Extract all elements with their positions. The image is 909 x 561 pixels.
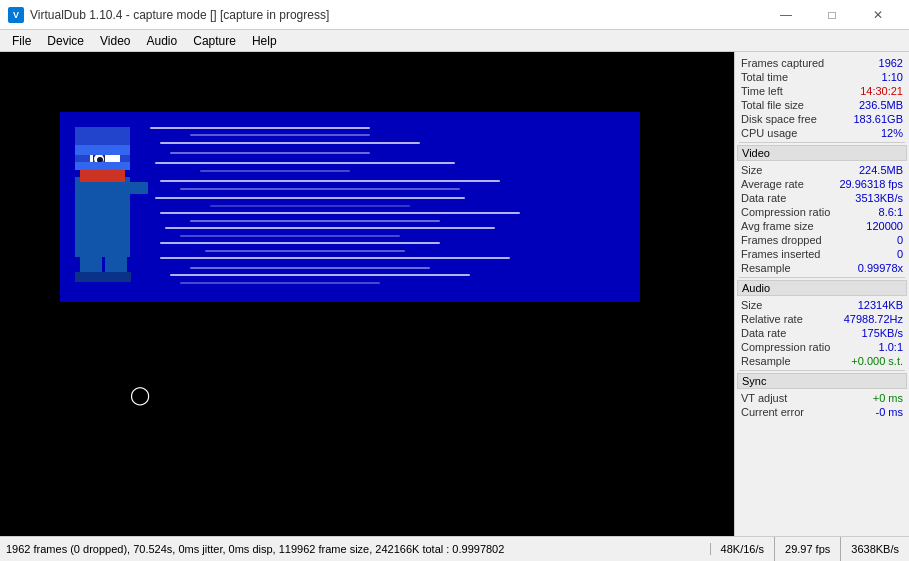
stat-avg-frame-size: Avg frame size 120000 [735,219,909,233]
stat-time-left: Time left 14:30:21 [735,84,909,98]
status-main-text: 1962 frames (0 dropped), 70.524s, 0ms ji… [0,543,711,555]
sync-section-header: Sync [737,373,907,389]
menu-help[interactable]: Help [244,32,285,50]
status-seg-audio: 48K/16/s [711,537,775,561]
stat-compression-ratio-audio: Compression ratio 1.0:1 [735,340,909,354]
stat-data-rate-video: Data rate 3513KB/s [735,191,909,205]
ninja-character [65,117,150,297]
divider-sync [739,370,905,371]
title-left: V VirtualDub 1.10.4 - capture mode [] [c… [8,7,329,23]
stat-audio-size: Size 12314KB [735,298,909,312]
stats-panel: Frames captured 1962 Total time 1:10 Tim… [734,52,909,536]
stat-frames-inserted: Frames inserted 0 [735,247,909,261]
title-text: VirtualDub 1.10.4 - capture mode [] [cap… [30,8,329,22]
stat-video-size: Size 224.5MB [735,163,909,177]
menu-video[interactable]: Video [92,32,138,50]
close-button[interactable]: ✕ [855,0,901,30]
video-section-header: Video [737,145,907,161]
status-seg-fps: 29.97 fps [775,537,841,561]
stat-compression-ratio-video: Compression ratio 8.6:1 [735,205,909,219]
window-controls: — □ ✕ [763,0,901,30]
svg-rect-12 [75,272,103,282]
maximize-button[interactable]: □ [809,0,855,30]
svg-rect-7 [75,145,130,155]
cursor-icon: ◯ [130,384,150,406]
stat-data-rate-audio: Data rate 175KB/s [735,326,909,340]
menu-capture[interactable]: Capture [185,32,244,50]
svg-rect-8 [75,162,130,170]
stat-frames-dropped: Frames dropped 0 [735,233,909,247]
status-bar: 1962 frames (0 dropped), 70.524s, 0ms ji… [0,536,909,561]
stat-total-file-size: Total file size 236.5MB [735,98,909,112]
capture-area: ◯ [0,52,734,536]
menu-device[interactable]: Device [39,32,92,50]
stat-average-rate: Average rate 29.96318 fps [735,177,909,191]
stat-total-time: Total time 1:10 [735,70,909,84]
stat-frames-captured: Frames captured 1962 [735,56,909,70]
svg-rect-13 [103,272,131,282]
stat-resample-audio: Resample +0.000 s.t. [735,354,909,368]
stat-relative-rate: Relative rate 47988.72Hz [735,312,909,326]
divider-video [739,142,905,143]
stat-resample-video: Resample 0.99978x [735,261,909,275]
stat-current-error: Current error -0 ms [735,405,909,419]
minimize-button[interactable]: — [763,0,809,30]
menu-bar: File Device Video Audio Capture Help [0,30,909,52]
stat-disk-space-free: Disk space free 183.61GB [735,112,909,126]
app-icon: V [8,7,24,23]
video-frame [60,112,640,302]
main-area: ◯ Frames captured 1962 Total time 1:10 T… [0,52,909,536]
svg-rect-9 [130,182,148,194]
title-bar: V VirtualDub 1.10.4 - capture mode [] [c… [0,0,909,30]
app-icon-letter: V [13,10,19,20]
status-seg-datarate: 3638KB/s [841,537,909,561]
svg-rect-0 [75,177,130,257]
divider-audio [739,277,905,278]
audio-section-header: Audio [737,280,907,296]
menu-file[interactable]: File [4,32,39,50]
stat-vt-adjust: VT adjust +0 ms [735,391,909,405]
menu-audio[interactable]: Audio [139,32,186,50]
stat-cpu-usage: CPU usage 12% [735,126,909,140]
